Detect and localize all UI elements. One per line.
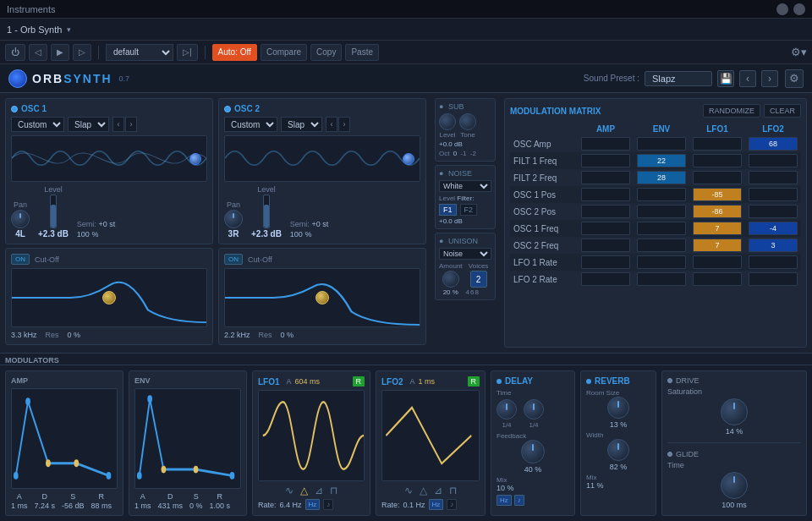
mod-cell-env[interactable] xyxy=(637,205,686,218)
instrument-dropdown-arrow[interactable]: ▾ xyxy=(67,25,71,34)
mod-cell-lfo1[interactable] xyxy=(693,255,742,269)
unison-voice-4[interactable]: 4 xyxy=(466,288,469,296)
mod-cell-lfo2[interactable] xyxy=(749,255,798,269)
sub-level-knob[interactable] xyxy=(439,113,456,130)
reverb-width-knob[interactable] xyxy=(607,439,629,461)
mod-cell-lfo2[interactable] xyxy=(749,171,798,184)
lfo2-hz-button[interactable]: Hz xyxy=(429,499,444,510)
mod-cell-env[interactable] xyxy=(637,188,686,201)
osc1-type1-dropdown[interactable]: Custom xyxy=(11,117,64,132)
osc2-pan-knob[interactable] xyxy=(224,210,243,228)
mod-cell-env[interactable]: 28 xyxy=(637,171,686,184)
mod-cell-amp[interactable] xyxy=(581,272,630,286)
redo-button[interactable]: ▶ xyxy=(51,44,69,61)
mod-cell-env[interactable] xyxy=(637,222,686,235)
randomize-button[interactable]: RANDOMIZE xyxy=(703,104,760,118)
mod-cell-env[interactable] xyxy=(637,255,686,269)
filter1-on-button[interactable]: ON xyxy=(11,254,30,265)
mod-cell-lfo1[interactable] xyxy=(693,137,742,151)
mod-cell-amp[interactable] xyxy=(581,188,630,201)
filter2-knob[interactable] xyxy=(315,291,329,304)
mod-cell-env[interactable] xyxy=(637,272,686,286)
mod-cell-lfo1[interactable]: -86 xyxy=(693,205,742,218)
noise-f1-button[interactable]: F1 xyxy=(439,204,457,216)
delay-feedback-knob[interactable] xyxy=(521,440,545,463)
filter2-on-button[interactable]: ON xyxy=(224,254,243,265)
lfo2-shape-triangle[interactable]: △ xyxy=(418,485,429,496)
lfo1-r-button[interactable]: R xyxy=(353,376,365,387)
filter1-knob[interactable] xyxy=(102,291,116,304)
mod-cell-lfo1[interactable] xyxy=(693,171,742,184)
lfo2-shape-square[interactable]: ⊓ xyxy=(447,485,458,496)
mod-cell-amp[interactable] xyxy=(581,154,630,167)
minimize-button[interactable] xyxy=(776,3,788,15)
mod-cell-amp[interactable] xyxy=(581,205,630,218)
forward-button[interactable]: ▷ xyxy=(73,44,91,61)
mod-cell-lfo2[interactable] xyxy=(749,154,798,167)
toolbar-gear-icon[interactable]: ⚙▾ xyxy=(791,46,807,58)
lfo1-shape-triangle[interactable]: △ xyxy=(299,485,310,496)
osc1-waveform-knob[interactable] xyxy=(189,153,201,165)
lfo1-shape-sine[interactable]: ∿ xyxy=(283,485,295,496)
unison-voice-8[interactable]: 8 xyxy=(475,288,478,296)
delay-time-r-knob[interactable] xyxy=(524,399,544,420)
mod-cell-env[interactable] xyxy=(637,239,686,252)
unison-voices-value[interactable]: 2 xyxy=(470,271,487,288)
osc1-level-slider[interactable] xyxy=(50,195,57,228)
mod-cell-lfo1[interactable]: -85 xyxy=(693,188,742,201)
osc2-type2-dropdown[interactable]: Slap xyxy=(281,117,322,132)
mod-cell-amp[interactable] xyxy=(581,171,630,184)
compare-button[interactable]: Compare xyxy=(261,44,307,61)
osc1-prev-arrow[interactable]: ‹ xyxy=(112,117,124,132)
mod-cell-amp[interactable] xyxy=(581,255,630,269)
lfo1-note-button[interactable]: ♪ xyxy=(323,499,333,510)
mod-cell-env[interactable]: 22 xyxy=(637,154,686,167)
mod-cell-lfo2[interactable] xyxy=(749,205,798,218)
preset-dropdown[interactable]: default xyxy=(106,44,173,61)
sub-tone-knob[interactable] xyxy=(459,113,476,130)
clear-button[interactable]: CLEAR xyxy=(764,104,801,118)
mod-cell-lfo1[interactable] xyxy=(693,272,742,286)
preset-next-button[interactable]: › xyxy=(761,70,778,87)
paste-button[interactable]: Paste xyxy=(345,44,379,61)
lfo2-r-button[interactable]: R xyxy=(468,376,480,387)
osc1-type2-dropdown[interactable]: Slap xyxy=(68,117,109,132)
preset-prev-button[interactable]: ‹ xyxy=(739,70,756,87)
copy-button[interactable]: Copy xyxy=(310,44,342,61)
osc1-next-arrow[interactable]: › xyxy=(125,117,137,132)
osc2-next-arrow[interactable]: › xyxy=(338,117,350,132)
delay-hz-button[interactable]: Hz xyxy=(497,495,512,506)
auto-button[interactable]: Auto: Off xyxy=(212,44,257,61)
preset-name[interactable]: Slapz xyxy=(645,71,712,86)
noise-f2-button[interactable]: F2 xyxy=(460,204,478,216)
unison-type-dropdown[interactable]: Noise xyxy=(439,248,491,260)
delay-time-l-knob[interactable] xyxy=(497,399,517,420)
mod-cell-lfo1[interactable]: 7 xyxy=(693,239,742,252)
lfo1-shape-sawtooth[interactable]: ⊿ xyxy=(313,485,325,496)
mod-cell-lfo2[interactable]: 68 xyxy=(749,137,798,151)
mod-cell-lfo2[interactable] xyxy=(749,272,798,286)
lfo2-shape-sine[interactable]: ∿ xyxy=(403,485,414,496)
osc1-pan-knob[interactable] xyxy=(11,210,30,228)
mod-cell-lfo2[interactable] xyxy=(749,188,798,201)
undo-button[interactable]: ◁ xyxy=(29,44,47,61)
mod-cell-amp[interactable] xyxy=(581,137,630,151)
unison-amount-knob[interactable] xyxy=(442,271,459,288)
drive-knob[interactable] xyxy=(721,398,748,425)
mod-cell-lfo1[interactable] xyxy=(693,154,742,167)
osc2-prev-arrow[interactable]: ‹ xyxy=(326,117,337,132)
mod-cell-amp[interactable] xyxy=(581,239,630,252)
mod-cell-lfo1[interactable]: 7 xyxy=(693,222,742,235)
unison-voice-6[interactable]: 6 xyxy=(470,288,474,296)
osc2-level-slider[interactable] xyxy=(263,195,270,228)
preset-arrow-button[interactable]: ▷| xyxy=(177,44,198,61)
osc2-type1-dropdown[interactable]: Custom xyxy=(224,117,277,132)
lfo1-hz-button[interactable]: Hz xyxy=(305,499,321,510)
mod-cell-env[interactable] xyxy=(637,137,686,151)
mod-cell-amp[interactable] xyxy=(581,222,630,235)
mod-cell-lfo2[interactable]: 3 xyxy=(749,239,798,252)
glide-knob[interactable] xyxy=(721,472,748,499)
delay-note-button[interactable]: ♪ xyxy=(514,495,524,506)
preset-save-button[interactable]: 💾 xyxy=(717,70,734,87)
plugin-settings-button[interactable]: ⚙ xyxy=(785,69,804,88)
